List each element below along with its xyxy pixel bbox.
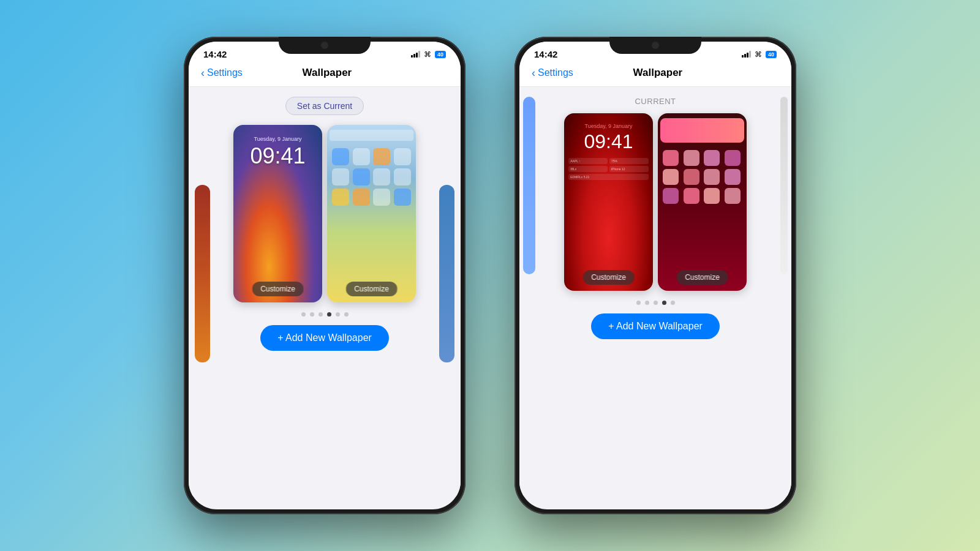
chevron-left-icon: ‹ — [201, 67, 205, 78]
lockscreen-bg-left: Tuesday, 9 January 09:41 — [233, 125, 322, 302]
red-app-4 — [725, 150, 741, 166]
widget-row-3: EDMRLx 5.21 — [568, 174, 649, 180]
dot-4-right — [662, 301, 666, 305]
red-app-6 — [684, 169, 699, 185]
back-button-left[interactable]: ‹ Settings — [201, 67, 243, 78]
app-icon-2 — [353, 148, 370, 165]
scroll-area-right: CURRENT Tuesday, 9 January 09:41 AAPL ↑ — [519, 97, 791, 339]
status-icons-right: ⌘ 40 — [742, 50, 777, 59]
notch-left — [279, 37, 371, 54]
dot-3-left — [318, 312, 323, 317]
dot-6-left — [344, 312, 349, 317]
red-app-grid — [660, 148, 744, 206]
side-peek-right-right-panel — [780, 97, 788, 274]
red-app-5 — [663, 169, 679, 185]
dot-2-right — [645, 301, 649, 305]
section-label-current: CURRENT — [635, 97, 676, 106]
side-peek-left-panel — [195, 185, 210, 362]
homescreen-bg-left — [327, 125, 416, 302]
side-peek-right-panel — [439, 185, 454, 362]
lockscreen-red-bg: Tuesday, 9 January 09:41 AAPL ↑ 75% IBLx — [564, 113, 653, 291]
red-app-8 — [725, 169, 741, 185]
wifi-icon-left: ⌘ — [424, 50, 431, 59]
phone-inner-left: 14:42 ⌘ 40 ‹ Settings Wallpaper — [189, 42, 461, 509]
app-icon-4 — [394, 148, 411, 165]
chevron-right-icon: ‹ — [532, 67, 535, 78]
home-accent-bar-right — [660, 118, 744, 143]
status-time-right: 14:42 — [534, 49, 557, 59]
widget-row-1: AAPL ↑ 75% — [568, 158, 649, 164]
homescreen-preview-left[interactable]: Customize — [327, 125, 416, 302]
screen-content-left: Set as Current Tuesday, 9 January 09:41 … — [189, 87, 461, 496]
red-app-3 — [704, 150, 720, 166]
customize-lock-btn-left[interactable]: Customize — [252, 282, 304, 296]
pagination-dots-right — [636, 301, 675, 305]
app-icon-10 — [353, 189, 370, 206]
dot-2-left — [310, 312, 314, 317]
lock-date-left: Tuesday, 9 January — [254, 136, 301, 142]
app-icon-9 — [332, 189, 349, 206]
homescreen-preview-right[interactable]: Customize — [658, 113, 747, 291]
red-app-2 — [684, 150, 699, 166]
app-icon-11 — [373, 189, 390, 206]
customize-lock-btn-right[interactable]: Customize — [582, 270, 635, 285]
lock-date-right: Tuesday, 9 January — [584, 123, 632, 129]
back-button-right[interactable]: ‹ Settings — [532, 67, 573, 78]
scroll-area-left: Set as Current Tuesday, 9 January 09:41 … — [189, 97, 461, 351]
battery-right: 40 — [766, 51, 777, 58]
nav-back-text-left: Settings — [207, 67, 243, 78]
app-icon-5 — [332, 168, 349, 186]
add-wallpaper-btn-right[interactable]: + Add New Wallpaper — [591, 313, 720, 339]
app-grid-left — [330, 146, 413, 208]
phone-right: 14:42 ⌘ 40 ‹ Settings Wallpaper — [514, 37, 796, 514]
lockscreen-preview-left[interactable]: Tuesday, 9 January 09:41 Customize — [233, 125, 322, 302]
app-icon-12 — [394, 189, 411, 206]
phone-inner-right: 14:42 ⌘ 40 ‹ Settings Wallpaper — [519, 42, 791, 509]
red-app-10 — [684, 188, 699, 204]
widget-stock1: AAPL ↑ — [568, 158, 608, 164]
app-icon-7 — [373, 168, 390, 186]
home-topbar-left — [330, 130, 413, 141]
dot-5-right — [671, 301, 675, 305]
widget-stock3: EDMRLx 5.21 — [568, 174, 649, 180]
dot-4-left — [327, 312, 331, 317]
red-app-9 — [663, 188, 679, 204]
battery-left: 40 — [435, 51, 446, 58]
wifi-icon-right: ⌘ — [755, 50, 762, 59]
nav-bar-right: ‹ Settings Wallpaper — [519, 62, 791, 87]
nav-title-left: Wallpaper — [243, 67, 412, 79]
widget-stock2: IBLx — [568, 166, 608, 172]
set-current-badge[interactable]: Set as Current — [285, 97, 364, 115]
customize-home-btn-left[interactable]: Customize — [345, 282, 398, 296]
nav-back-text-right: Settings — [538, 67, 573, 78]
wallpaper-pair-right: Tuesday, 9 January 09:41 AAPL ↑ 75% IBLx — [519, 113, 791, 291]
add-wallpaper-btn-left[interactable]: + Add New Wallpaper — [260, 325, 389, 351]
side-peek-right-left-panel — [523, 97, 535, 274]
dot-1-left — [301, 312, 306, 317]
dot-3-right — [654, 301, 658, 305]
widget-row-2: IBLx iPhone 12 — [568, 166, 649, 172]
phone-left: 14:42 ⌘ 40 ‹ Settings Wallpaper — [184, 37, 466, 514]
phones-container: 14:42 ⌘ 40 ‹ Settings Wallpaper — [184, 37, 796, 514]
lockscreen-preview-right[interactable]: Tuesday, 9 January 09:41 AAPL ↑ 75% IBLx — [564, 113, 653, 291]
lock-clock-right: 09:41 — [584, 130, 633, 153]
customize-home-btn-right[interactable]: Customize — [676, 270, 728, 285]
app-icon-3 — [373, 148, 390, 165]
app-icon-8 — [394, 168, 411, 186]
pagination-dots-left — [301, 312, 349, 317]
dot-5-left — [336, 312, 340, 317]
homescreen-red-bg — [658, 113, 747, 291]
signal-icon-right — [742, 51, 751, 58]
notch-right — [609, 37, 701, 54]
wallpaper-pair-left: Tuesday, 9 January 09:41 Customize — [189, 125, 461, 302]
red-app-11 — [704, 188, 720, 204]
nav-title-right: Wallpaper — [573, 67, 742, 79]
signal-icon-left — [411, 51, 420, 58]
status-icons-left: ⌘ 40 — [411, 50, 446, 59]
app-icon-1 — [332, 148, 349, 165]
red-app-1 — [663, 150, 679, 166]
lock-clock-left: 09:41 — [250, 143, 305, 169]
red-app-7 — [704, 169, 720, 185]
app-icon-6 — [353, 168, 370, 186]
red-app-12 — [725, 188, 741, 204]
